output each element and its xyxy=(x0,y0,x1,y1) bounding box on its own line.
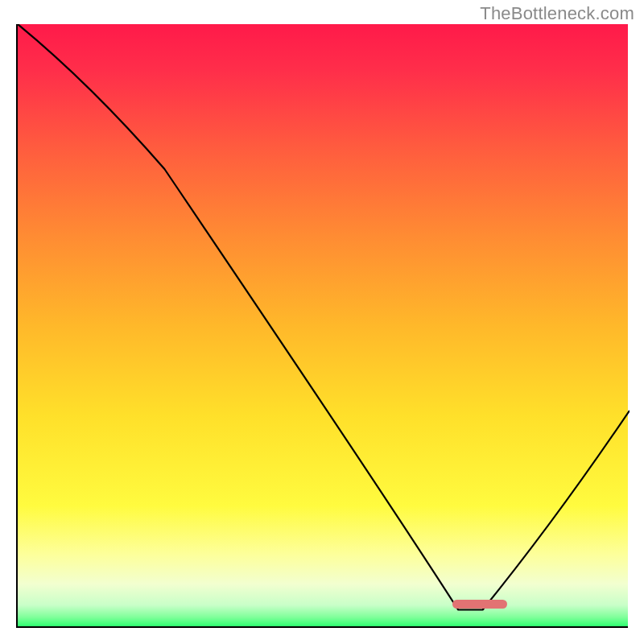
chart-plot-area xyxy=(16,24,628,628)
watermark-label: TheBottleneck.com xyxy=(480,3,634,24)
chart-curve-path xyxy=(18,24,630,610)
optimal-marker xyxy=(452,600,507,609)
chart-curve xyxy=(18,24,630,628)
